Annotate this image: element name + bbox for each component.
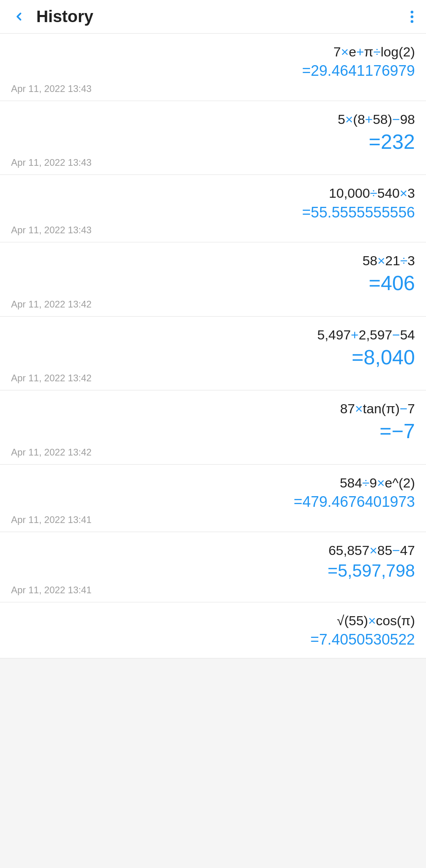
page-title: History [36, 7, 93, 26]
header-left: History [9, 7, 93, 26]
history-item[interactable]: 65,857×85−47=5,597,798Apr 11, 2022 13:41 [0, 532, 426, 602]
result: =406 [11, 271, 415, 295]
result: =−7 [11, 419, 415, 443]
result: =7.4050530522 [11, 631, 415, 649]
timestamp: Apr 11, 2022 13:43 [11, 157, 415, 168]
result: =479.4676401973 [11, 493, 415, 511]
history-item[interactable]: √(55)×cos(π)=7.4050530522 [0, 602, 426, 659]
result: =5,597,798 [11, 561, 415, 581]
expression: 65,857×85−47 [11, 542, 415, 559]
expression: 7×e+π÷log(2) [11, 43, 415, 60]
history-item[interactable]: 584÷9×e^(2)=479.4676401973Apr 11, 2022 1… [0, 465, 426, 532]
timestamp: Apr 11, 2022 13:42 [11, 373, 415, 384]
result: =55.5555555556 [11, 204, 415, 222]
history-item[interactable]: 7×e+π÷log(2)=29.4641176979Apr 11, 2022 1… [0, 34, 426, 101]
timestamp: Apr 11, 2022 13:41 [11, 514, 415, 525]
expression: 5,497+2,597−54 [11, 326, 415, 343]
more-options-button[interactable] [407, 7, 417, 26]
expression: 58×21÷3 [11, 252, 415, 269]
expression: √(55)×cos(π) [11, 612, 415, 629]
history-item[interactable]: 5,497+2,597−54=8,040Apr 11, 2022 13:42 [0, 317, 426, 391]
history-item[interactable]: 5×(8+58)−98=232Apr 11, 2022 13:43 [0, 101, 426, 175]
expression: 10,000÷540×3 [11, 184, 415, 202]
back-arrow-icon [13, 10, 25, 23]
result: =232 [11, 129, 415, 154]
timestamp: Apr 11, 2022 13:41 [11, 585, 415, 596]
app-header: History [0, 0, 426, 34]
result: =29.4641176979 [11, 62, 415, 80]
more-dots-icon [411, 11, 413, 23]
history-item[interactable]: 58×21÷3=406Apr 11, 2022 13:42 [0, 242, 426, 317]
back-button[interactable] [9, 7, 28, 26]
history-item[interactable]: 87×tan(π)−7=−7Apr 11, 2022 13:42 [0, 390, 426, 465]
timestamp: Apr 11, 2022 13:42 [11, 447, 415, 458]
expression: 87×tan(π)−7 [11, 400, 415, 417]
history-list: 7×e+π÷log(2)=29.4641176979Apr 11, 2022 1… [0, 34, 426, 658]
history-item[interactable]: 10,000÷540×3=55.5555555556Apr 11, 2022 1… [0, 175, 426, 242]
timestamp: Apr 11, 2022 13:42 [11, 299, 415, 310]
expression: 5×(8+58)−98 [11, 111, 415, 128]
timestamp: Apr 11, 2022 13:43 [11, 83, 415, 94]
expression: 584÷9×e^(2) [11, 474, 415, 491]
result: =8,040 [11, 345, 415, 369]
timestamp: Apr 11, 2022 13:43 [11, 225, 415, 236]
